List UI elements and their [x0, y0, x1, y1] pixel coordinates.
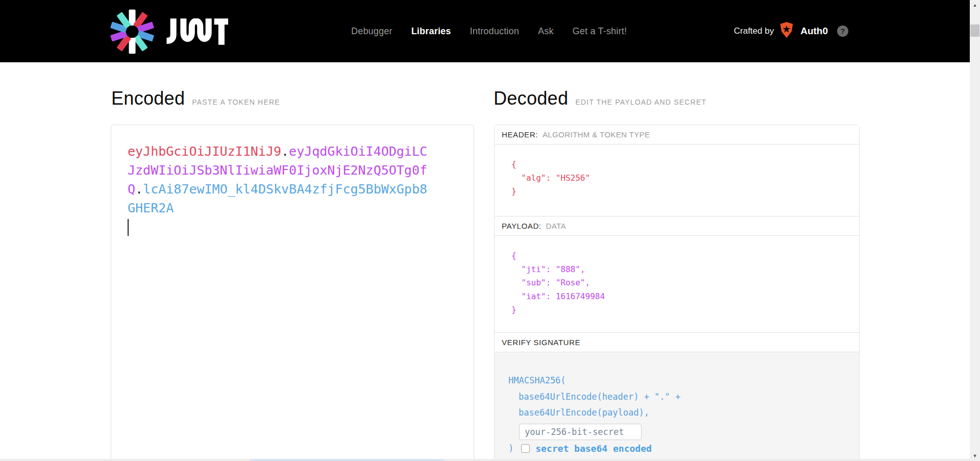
- encoded-subtitle: PASTE A TOKEN HERE: [192, 98, 280, 106]
- bottom-edge-strip: [0, 459, 970, 461]
- scrollbar-thumb[interactable]: [970, 25, 979, 37]
- header-section-label-row: HEADER: ALGORITHM & TOKEN TYPE: [495, 125, 859, 144]
- secret-base64-label[interactable]: secret base64 encoded: [535, 443, 652, 454]
- secret-base64-checkbox[interactable]: [521, 444, 530, 453]
- payload-json-line: "sub": "Rose",: [511, 276, 859, 290]
- encoded-title-block: Encoded PASTE A TOKEN HERE: [111, 88, 280, 109]
- secret-base64-row: ) secret base64 encoded: [508, 443, 859, 454]
- header-section-sublabel: ALGORITHM & TOKEN TYPE: [543, 130, 650, 139]
- token-header-part: eyJhbGciOiJIUzI1NiJ9: [128, 144, 281, 159]
- token-signature-part: lcAi87ewIMO_kl4DSkvBA4zfjFcg5BbWxGpb8GHE…: [128, 182, 427, 215]
- payload-json-line: }: [511, 303, 859, 317]
- token-separator: .: [135, 182, 143, 197]
- main-nav: Debugger Libraries Introduction Ask Get …: [351, 0, 627, 62]
- crafted-by-text: Crafted by: [734, 26, 774, 36]
- decoded-panel: HEADER: ALGORITHM & TOKEN TYPE { "alg": …: [494, 125, 860, 461]
- verify-signature-area: HMACSHA256( base64UrlEncode(header) + ".…: [495, 352, 859, 461]
- nav-item-ask[interactable]: Ask: [538, 26, 554, 37]
- header-json-line: }: [511, 185, 859, 199]
- signature-close-paren: ): [508, 443, 513, 453]
- signature-code-line: HMACSHA256(: [508, 373, 859, 389]
- payload-json-line: "jti": "888",: [511, 263, 859, 277]
- header-json-line: {: [511, 158, 859, 172]
- verify-signature-label: VERIFY SIGNATURE: [502, 338, 580, 347]
- scroll-down-icon[interactable]: ▼: [970, 451, 980, 461]
- jwt-logotype: [164, 18, 228, 45]
- payload-json-editor[interactable]: { "jti": "888", "sub": "Rose", "iat": 16…: [495, 236, 859, 333]
- signature-code-line: base64UrlEncode(header) + "." +: [519, 389, 859, 405]
- nav-item-debugger[interactable]: Debugger: [351, 26, 393, 37]
- token-separator: .: [281, 144, 289, 159]
- header-json-editor[interactable]: { "alg": "HS256" }: [495, 144, 859, 216]
- header-section-label: HEADER:: [502, 130, 538, 139]
- payload-section-label: PAYLOAD:: [502, 222, 542, 230]
- nav-item-tshirt[interactable]: Get a T-shirt!: [573, 26, 627, 37]
- encoded-token-panel: eyJhbGciOiJIUzI1NiJ9.eyJqdGkiOiI4ODgiLCJ…: [111, 125, 474, 461]
- nav-item-libraries[interactable]: Libraries: [411, 26, 451, 37]
- signature-code-line: base64UrlEncode(payload),: [519, 405, 859, 421]
- secret-input[interactable]: [519, 424, 642, 440]
- decoded-title-block: Decoded EDIT THE PAYLOAD AND SECRET: [494, 88, 706, 109]
- jwt-logo[interactable]: [110, 9, 228, 55]
- token-editor[interactable]: eyJhbGciOiJIUzI1NiJ9.eyJqdGkiOiI4ODgiLCJ…: [111, 125, 474, 236]
- top-navigation-bar: Debugger Libraries Introduction Ask Get …: [0, 0, 970, 62]
- text-caret: [128, 219, 129, 236]
- decoded-title: Decoded: [494, 88, 568, 109]
- payload-json-line: "iat": 1616749984: [511, 290, 859, 304]
- jwt-starburst-icon: [110, 9, 155, 55]
- decoded-subtitle: EDIT THE PAYLOAD AND SECRET: [575, 98, 706, 106]
- auth0-shield-icon[interactable]: [779, 21, 794, 41]
- nav-item-introduction[interactable]: Introduction: [470, 26, 519, 37]
- jwt-token-text: eyJhbGciOiJIUzI1NiJ9.eyJqdGkiOiI4ODgiLCJ…: [128, 142, 434, 217]
- crafted-by-auth0: Crafted by Auth0 ?: [734, 0, 848, 62]
- payload-section-sublabel: DATA: [546, 222, 566, 230]
- scroll-up-icon[interactable]: ▲: [970, 0, 980, 10]
- encoded-title: Encoded: [111, 88, 185, 109]
- vertical-scrollbar[interactable]: ▲ ▼: [970, 0, 980, 461]
- help-icon[interactable]: ?: [837, 26, 848, 37]
- payload-section-label-row: PAYLOAD: DATA: [495, 216, 859, 236]
- auth0-label[interactable]: Auth0: [800, 26, 828, 37]
- verify-signature-label-row: VERIFY SIGNATURE: [495, 333, 859, 352]
- header-json-line: "alg": "HS256": [511, 172, 859, 185]
- payload-json-line: {: [511, 249, 859, 263]
